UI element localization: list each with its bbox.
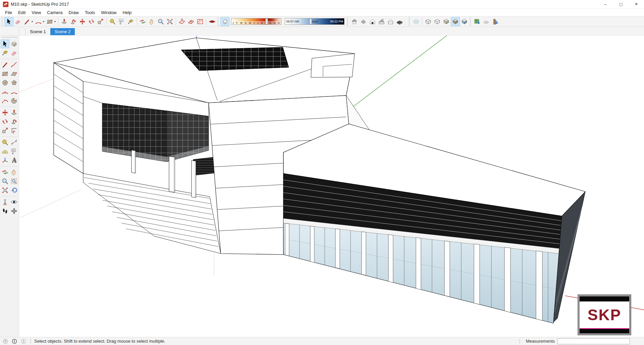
- protractor-tool-button[interactable]: [1, 147, 9, 156]
- menu-draw[interactable]: Draw: [66, 9, 82, 16]
- 2-point-arc-dropdown-arrow-icon[interactable]: ▾: [43, 20, 44, 23]
- rotated-rectangle-tool-button[interactable]: [10, 69, 18, 78]
- shadow-date-slider[interactable]: J F M A M J J A S O N D: [231, 18, 281, 25]
- roof-skylight-grid[interactable]: [181, 47, 289, 71]
- wireframe-tool-button[interactable]: [424, 17, 433, 26]
- paint-bucket-tool-button[interactable]: [126, 17, 135, 26]
- menu-file[interactable]: File: [2, 9, 15, 16]
- 3-point-arc-tool-button[interactable]: [1, 96, 9, 105]
- toggle-terrain-tool-button[interactable]: [482, 17, 491, 26]
- shadow-settings-toggle[interactable]: [220, 17, 229, 26]
- modeling-viewport[interactable]: SKP: [19, 36, 644, 337]
- palette-drag-handle[interactable]: [2, 37, 17, 39]
- model-left-wall[interactable]: [54, 63, 83, 174]
- photo-textures-tool-button[interactable]: [491, 17, 500, 26]
- rotate-tool-button[interactable]: [87, 17, 96, 26]
- top-tool-button[interactable]: [359, 17, 368, 26]
- display-section-planes-tool-button[interactable]: [186, 17, 196, 26]
- orbit-tool-button[interactable]: [138, 17, 147, 26]
- geolocation-status-icon[interactable]: [3, 339, 8, 344]
- offset-tool-button[interactable]: [10, 126, 18, 135]
- eraser-tool-button[interactable]: [10, 49, 18, 57]
- rotate-tool-button[interactable]: [1, 117, 9, 126]
- zoom-tool-button[interactable]: [156, 17, 165, 26]
- display-section-fill-tool-button[interactable]: [208, 17, 217, 26]
- position-camera-tool-button[interactable]: [1, 198, 9, 206]
- display-section-cuts-tool-button[interactable]: [196, 17, 205, 26]
- scale-tool-button[interactable]: [96, 17, 105, 26]
- measurements-input[interactable]: [557, 338, 630, 344]
- date-slider-thumb[interactable]: [265, 18, 268, 24]
- tape-measure-tool-button[interactable]: [108, 17, 117, 26]
- make-component-tool-button[interactable]: [10, 40, 18, 48]
- tab-scene-2[interactable]: Scene 2: [50, 28, 75, 35]
- model-info-icon[interactable]: [12, 339, 17, 344]
- circle-tool-button[interactable]: [1, 78, 9, 87]
- select-tool-button[interactable]: [4, 17, 13, 26]
- navigation-compass-tool-button[interactable]: [10, 207, 18, 215]
- x-ray-tool-button[interactable]: [412, 17, 421, 26]
- model-glass-wing[interactable]: [283, 124, 585, 323]
- menu-window[interactable]: Window: [98, 9, 119, 16]
- pan-tool-button[interactable]: [147, 17, 156, 26]
- arc-tool-button[interactable]: [10, 87, 18, 96]
- time-slider-thumb[interactable]: [309, 18, 312, 24]
- pan-tool-button[interactable]: [10, 168, 18, 177]
- previous-tool-button[interactable]: [10, 186, 18, 195]
- line-tool-button[interactable]: [22, 17, 32, 26]
- shaded-tool-button[interactable]: [442, 17, 451, 26]
- toolbar-drag-handle[interactable]: [2, 17, 3, 26]
- 2-point-arc-tool-button[interactable]: [34, 17, 43, 26]
- add-location-tool-button[interactable]: [473, 17, 482, 26]
- zoom-window-tool-button[interactable]: [10, 177, 18, 186]
- tab-scene-1[interactable]: Scene 1: [25, 28, 50, 35]
- eraser-tool-button[interactable]: [13, 17, 22, 26]
- menu-camera[interactable]: Camera: [44, 9, 65, 16]
- zoom-tool-button[interactable]: [1, 177, 9, 186]
- pie-tool-button[interactable]: [10, 96, 18, 105]
- minimize-button[interactable]: ─: [598, 0, 613, 8]
- hidden-line-tool-button[interactable]: [433, 17, 442, 26]
- freehand-tool-button[interactable]: [10, 60, 18, 69]
- menu-help[interactable]: Help: [120, 9, 135, 16]
- orbit-tool-button[interactable]: [1, 168, 9, 177]
- menu-tools[interactable]: Tools: [82, 9, 98, 16]
- close-button[interactable]: ✕: [629, 0, 644, 8]
- dimension-tool-button[interactable]: [10, 138, 18, 147]
- monochrome-tool-button[interactable]: [460, 17, 469, 26]
- menu-edit[interactable]: Edit: [15, 9, 29, 16]
- user-credits-icon[interactable]: [21, 339, 26, 344]
- toolbar-drag-handle[interactable]: [218, 17, 219, 26]
- 2-point-arc-tool-button[interactable]: [1, 87, 9, 96]
- axes-tool-button[interactable]: [1, 156, 9, 165]
- rectangle-tool-button[interactable]: [1, 69, 9, 78]
- push-pull-tool-button[interactable]: [10, 108, 18, 117]
- follow-me-tool-button[interactable]: [69, 17, 78, 26]
- paint-bucket-tool-button[interactable]: [1, 49, 9, 57]
- look-around-tool-button[interactable]: [10, 198, 18, 206]
- rectangle-tool-button[interactable]: [45, 17, 54, 26]
- move-tool-button[interactable]: [78, 17, 87, 26]
- line-tool-button[interactable]: [1, 60, 9, 69]
- iso-tool-button[interactable]: [350, 17, 359, 26]
- section-plane-tool-button[interactable]: [177, 17, 186, 26]
- tape-measure-tool-button[interactable]: [1, 138, 9, 147]
- menu-view[interactable]: View: [29, 9, 44, 16]
- scale-tool-button[interactable]: [1, 126, 9, 135]
- building-model[interactable]: [54, 38, 585, 323]
- toolbar-drag-handle[interactable]: [409, 17, 410, 26]
- 3d-text-tool-button[interactable]: [10, 156, 18, 165]
- walk-tool-button[interactable]: [1, 207, 9, 215]
- text-tool-button[interactable]: [117, 17, 126, 26]
- maximize-button[interactable]: ▢: [613, 0, 629, 8]
- rectangle-dropdown-arrow-icon[interactable]: ▾: [54, 20, 56, 23]
- zoom-extents-tool-button[interactable]: [1, 186, 9, 195]
- model-canvas[interactable]: [19, 36, 644, 337]
- left-tool-button[interactable]: [395, 17, 404, 26]
- zoom-extents-tool-button[interactable]: [165, 17, 174, 26]
- polygon-tool-button[interactable]: [10, 78, 18, 87]
- toolbar-drag-handle[interactable]: [470, 17, 471, 26]
- move-tool-button[interactable]: [1, 108, 9, 117]
- follow-me-tool-button[interactable]: [10, 117, 18, 126]
- right-tool-button[interactable]: [377, 17, 386, 26]
